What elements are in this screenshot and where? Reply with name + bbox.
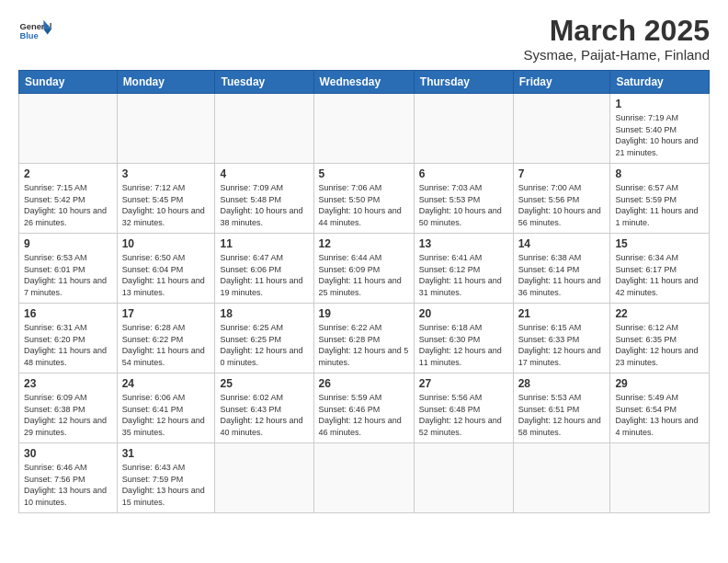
table-row: 26Sunrise: 5:59 AM Sunset: 6:46 PM Dayli… [313, 373, 414, 443]
day-info: Sunrise: 7:09 AM Sunset: 5:48 PM Dayligh… [220, 182, 308, 228]
table-row: 25Sunrise: 6:02 AM Sunset: 6:43 PM Dayli… [215, 373, 313, 443]
day-number: 1 [615, 98, 704, 110]
page: General Blue March 2025 Sysmae, Paijat-H… [0, 0, 728, 563]
day-number: 5 [319, 167, 409, 180]
day-number: 6 [419, 167, 508, 180]
table-row: 21Sunrise: 6:15 AM Sunset: 6:33 PM Dayli… [513, 304, 610, 373]
col-sunday: Sunday [19, 71, 118, 94]
day-number: 14 [518, 237, 606, 250]
subtitle: Sysmae, Paijat-Hame, Finland [523, 47, 710, 63]
table-row: 18Sunrise: 6:25 AM Sunset: 6:25 PM Dayli… [215, 304, 313, 373]
header: General Blue March 2025 Sysmae, Paijat-H… [18, 15, 710, 63]
day-number: 16 [24, 307, 112, 320]
table-row: 23Sunrise: 6:09 AM Sunset: 6:38 PM Dayli… [19, 373, 118, 443]
table-row: 1Sunrise: 7:19 AM Sunset: 5:40 PM Daylig… [610, 94, 710, 164]
table-row: 9Sunrise: 6:53 AM Sunset: 6:01 PM Daylig… [19, 234, 118, 304]
table-row: 28Sunrise: 5:53 AM Sunset: 6:51 PM Dayli… [513, 373, 610, 443]
day-info: Sunrise: 6:06 AM Sunset: 6:41 PM Dayligh… [122, 392, 210, 438]
table-row: 8Sunrise: 6:57 AM Sunset: 5:59 PM Daylig… [610, 164, 710, 234]
svg-marker-3 [43, 29, 51, 35]
day-info: Sunrise: 5:49 AM Sunset: 6:54 PM Dayligh… [615, 392, 704, 438]
table-row [313, 443, 414, 512]
table-row: 30Sunrise: 6:46 AM Sunset: 7:56 PM Dayli… [19, 443, 118, 512]
table-row: 27Sunrise: 5:56 AM Sunset: 6:48 PM Dayli… [414, 373, 513, 443]
day-info: Sunrise: 6:09 AM Sunset: 6:38 PM Dayligh… [24, 392, 112, 438]
day-number: 7 [518, 167, 606, 180]
day-number: 19 [319, 307, 409, 320]
calendar-header-row: Sunday Monday Tuesday Wednesday Thursday… [19, 71, 710, 94]
day-number: 13 [419, 237, 508, 250]
day-info: Sunrise: 6:22 AM Sunset: 6:28 PM Dayligh… [319, 322, 409, 368]
col-thursday: Thursday [414, 71, 513, 94]
day-info: Sunrise: 5:56 AM Sunset: 6:48 PM Dayligh… [419, 392, 508, 438]
table-row: 19Sunrise: 6:22 AM Sunset: 6:28 PM Dayli… [313, 304, 414, 373]
table-row: 31Sunrise: 6:43 AM Sunset: 7:59 PM Dayli… [117, 443, 215, 512]
table-row [414, 443, 513, 512]
table-row: 14Sunrise: 6:38 AM Sunset: 6:14 PM Dayli… [513, 234, 610, 304]
day-info: Sunrise: 6:46 AM Sunset: 7:56 PM Dayligh… [24, 462, 112, 508]
day-number: 15 [615, 237, 704, 250]
day-info: Sunrise: 6:43 AM Sunset: 7:59 PM Dayligh… [122, 462, 210, 508]
main-title: March 2025 [523, 15, 710, 47]
table-row: 12Sunrise: 6:44 AM Sunset: 6:09 PM Dayli… [313, 234, 414, 304]
day-number: 30 [24, 447, 112, 460]
table-row [610, 443, 710, 512]
table-row: 20Sunrise: 6:18 AM Sunset: 6:30 PM Dayli… [414, 304, 513, 373]
day-info: Sunrise: 6:53 AM Sunset: 6:01 PM Dayligh… [24, 252, 112, 298]
table-row: 15Sunrise: 6:34 AM Sunset: 6:17 PM Dayli… [610, 234, 710, 304]
table-row: 4Sunrise: 7:09 AM Sunset: 5:48 PM Daylig… [215, 164, 313, 234]
day-number: 12 [319, 237, 409, 250]
table-row: 13Sunrise: 6:41 AM Sunset: 6:12 PM Dayli… [414, 234, 513, 304]
table-row [215, 443, 313, 512]
day-info: Sunrise: 5:59 AM Sunset: 6:46 PM Dayligh… [319, 392, 409, 438]
day-number: 18 [220, 307, 308, 320]
day-info: Sunrise: 6:31 AM Sunset: 6:20 PM Dayligh… [24, 322, 112, 368]
table-row: 5Sunrise: 7:06 AM Sunset: 5:50 PM Daylig… [313, 164, 414, 234]
day-number: 25 [220, 377, 308, 390]
table-row: 29Sunrise: 5:49 AM Sunset: 6:54 PM Dayli… [610, 373, 710, 443]
day-info: Sunrise: 6:12 AM Sunset: 6:35 PM Dayligh… [615, 322, 704, 368]
table-row [513, 94, 610, 164]
col-monday: Monday [117, 71, 215, 94]
day-info: Sunrise: 6:18 AM Sunset: 6:30 PM Dayligh… [419, 322, 508, 368]
table-row [117, 94, 215, 164]
day-number: 27 [419, 377, 508, 390]
day-info: Sunrise: 6:41 AM Sunset: 6:12 PM Dayligh… [419, 252, 508, 298]
day-number: 2 [24, 167, 112, 180]
day-number: 28 [518, 377, 606, 390]
day-number: 4 [220, 167, 308, 180]
day-number: 23 [24, 377, 112, 390]
day-info: Sunrise: 6:28 AM Sunset: 6:22 PM Dayligh… [122, 322, 210, 368]
table-row: 6Sunrise: 7:03 AM Sunset: 5:53 PM Daylig… [414, 164, 513, 234]
day-info: Sunrise: 7:15 AM Sunset: 5:42 PM Dayligh… [24, 182, 112, 228]
table-row [313, 94, 414, 164]
day-info: Sunrise: 6:38 AM Sunset: 6:14 PM Dayligh… [518, 252, 606, 298]
day-info: Sunrise: 6:47 AM Sunset: 6:06 PM Dayligh… [220, 252, 308, 298]
day-info: Sunrise: 7:06 AM Sunset: 5:50 PM Dayligh… [319, 182, 409, 228]
day-number: 31 [122, 447, 210, 460]
table-row [414, 94, 513, 164]
day-info: Sunrise: 7:00 AM Sunset: 5:56 PM Dayligh… [518, 182, 606, 228]
table-row: 11Sunrise: 6:47 AM Sunset: 6:06 PM Dayli… [215, 234, 313, 304]
day-number: 9 [24, 237, 112, 250]
day-info: Sunrise: 6:44 AM Sunset: 6:09 PM Dayligh… [319, 252, 409, 298]
table-row: 16Sunrise: 6:31 AM Sunset: 6:20 PM Dayli… [19, 304, 118, 373]
table-row [215, 94, 313, 164]
col-friday: Friday [513, 71, 610, 94]
table-row: 10Sunrise: 6:50 AM Sunset: 6:04 PM Dayli… [117, 234, 215, 304]
col-wednesday: Wednesday [313, 71, 414, 94]
col-saturday: Saturday [610, 71, 710, 94]
day-number: 3 [122, 167, 210, 180]
table-row: 3Sunrise: 7:12 AM Sunset: 5:45 PM Daylig… [117, 164, 215, 234]
day-number: 26 [319, 377, 409, 390]
day-info: Sunrise: 7:12 AM Sunset: 5:45 PM Dayligh… [122, 182, 210, 228]
calendar: Sunday Monday Tuesday Wednesday Thursday… [18, 70, 710, 512]
day-number: 20 [419, 307, 508, 320]
table-row [513, 443, 610, 512]
col-tuesday: Tuesday [215, 71, 313, 94]
day-info: Sunrise: 6:15 AM Sunset: 6:33 PM Dayligh… [518, 322, 606, 368]
logo-icon: General Blue [18, 15, 51, 48]
day-number: 29 [615, 377, 704, 390]
table-row: 22Sunrise: 6:12 AM Sunset: 6:35 PM Dayli… [610, 304, 710, 373]
day-info: Sunrise: 5:53 AM Sunset: 6:51 PM Dayligh… [518, 392, 606, 438]
